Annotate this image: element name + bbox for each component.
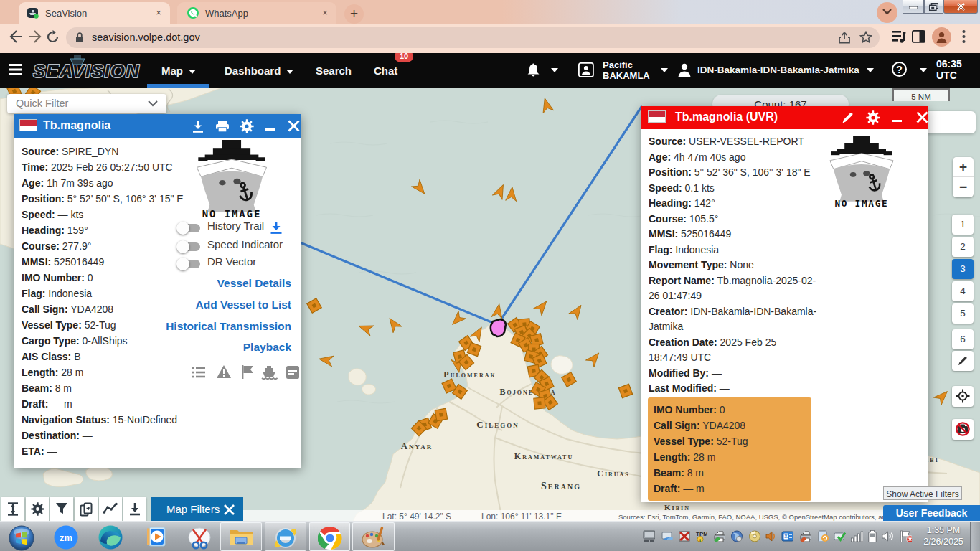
toggle-history-trail[interactable]	[176, 223, 200, 233]
media-playlist-icon[interactable]	[892, 30, 906, 43]
popup-header[interactable]: Tb.magnolia (UVR)	[641, 106, 928, 129]
user-name[interactable]: IDN-Bakamla-IDN-Bakamla-Jatmika	[697, 65, 859, 75]
tray-action-center-flag-icon[interactable]	[900, 530, 912, 542]
url-bar[interactable]: seavision.volpe.dot.gov	[66, 27, 880, 48]
bookmark-star-icon[interactable]	[859, 31, 872, 44]
locate-button[interactable]	[952, 386, 974, 407]
tray-tpm-icon[interactable]: TPMi	[695, 530, 707, 542]
tab-seavision[interactable]: SeaVision ×	[19, 2, 170, 24]
new-tab-button[interactable]: +	[344, 4, 364, 24]
tray-signal-icon[interactable]	[851, 530, 863, 542]
close-icon[interactable]	[916, 111, 928, 123]
zoom-out-button[interactable]: −	[953, 177, 974, 197]
zoom-in-button[interactable]: +	[953, 157, 974, 177]
window-close-button[interactable]	[943, 0, 978, 14]
export-view-button[interactable]	[75, 497, 98, 521]
zoom-level-5[interactable]: 5	[952, 303, 974, 324]
tab-close-icon[interactable]: ×	[320, 8, 330, 18]
chevron-down-icon[interactable]	[551, 68, 558, 72]
close-icon[interactable]	[224, 504, 235, 515]
link-vessel-details[interactable]: Vessel Details	[217, 277, 291, 290]
draw-pencil-button[interactable]	[952, 351, 974, 371]
back-icon[interactable]	[9, 30, 23, 43]
selected-vessel-marker[interactable]	[491, 319, 506, 336]
taskbar-edge-app[interactable]	[95, 522, 126, 551]
profile-avatar[interactable]	[932, 27, 951, 47]
window-minimize-button[interactable]	[903, 0, 924, 14]
menu-dots-icon[interactable]	[962, 29, 966, 44]
tray-globe-icon[interactable]	[730, 530, 743, 542]
link-add-vessel-to-list[interactable]: Add Vessel to List	[195, 298, 291, 311]
chevron-down-icon[interactable]	[920, 68, 927, 72]
tray-language-icon[interactable]: X	[781, 530, 793, 542]
minimize-icon[interactable]	[892, 120, 902, 122]
tab-close-icon[interactable]: ×	[154, 8, 164, 18]
nav-dashboard[interactable]: Dashboard	[225, 65, 293, 77]
tray-printer-icon[interactable]	[713, 530, 725, 542]
popup-header[interactable]: Tb.magnolia	[14, 114, 301, 138]
tray-cd-icon[interactable]	[748, 530, 760, 542]
taskbar-movies-tv-app[interactable]	[141, 522, 171, 551]
forward-icon[interactable]	[28, 30, 42, 43]
print-icon[interactable]	[215, 120, 230, 133]
taskbar-zoom-app[interactable]: zm	[50, 522, 82, 551]
show-active-filters-tooltip[interactable]: Show Active Filters	[883, 486, 962, 500]
flag-icon[interactable]	[242, 365, 253, 379]
download-data-button[interactable]	[123, 497, 146, 521]
zoom-level-4[interactable]: 4	[952, 281, 974, 301]
download-trail-icon[interactable]	[269, 221, 283, 235]
tray-volume-icon[interactable]	[882, 530, 894, 542]
nav-search[interactable]: Search	[316, 65, 352, 77]
tray-battery-icon[interactable]	[868, 530, 880, 542]
filter-button[interactable]	[50, 497, 73, 521]
taskbar-paint-app[interactable]	[352, 522, 395, 551]
tab-whatsapp[interactable]: WhatsApp ×	[177, 2, 336, 24]
notifications-bell-icon[interactable]	[527, 62, 540, 77]
toggle-speed-indicator[interactable]	[176, 242, 200, 252]
vessel-anchored-marker[interactable]	[435, 408, 447, 420]
chevron-down-icon[interactable]	[661, 68, 668, 72]
taskbar-snipping-tool-app[interactable]	[184, 522, 215, 551]
camera-off-button[interactable]	[952, 419, 974, 440]
nav-map[interactable]: Map	[161, 65, 196, 77]
chevron-down-icon[interactable]	[867, 68, 874, 72]
user-person-icon[interactable]	[677, 62, 692, 77]
vessel-anchored-marker[interactable]	[534, 397, 545, 409]
hamburger-menu-icon[interactable]	[9, 64, 22, 75]
link-playback[interactable]: Playback	[243, 341, 291, 354]
zoom-level-1[interactable]: 1	[952, 215, 974, 235]
map-settings-button[interactable]	[26, 497, 49, 521]
warning-icon[interactable]	[217, 365, 231, 378]
tray-printer2-icon[interactable]	[799, 530, 811, 542]
nav-chat[interactable]: Chat	[374, 65, 397, 77]
taskbar-chrome-app[interactable]	[309, 522, 350, 551]
link-historical-transmission[interactable]: Historical Transmission	[166, 320, 291, 333]
start-button[interactable]	[6, 522, 37, 551]
map-filters-tab[interactable]: Map Filters	[151, 497, 243, 521]
help-button[interactable]: ?	[892, 62, 907, 77]
org-card-icon[interactable]	[578, 62, 594, 77]
window-chevron-button[interactable]	[877, 2, 897, 23]
sidebar-toggle-icon[interactable]	[912, 30, 925, 43]
tray-network-share-icon[interactable]	[661, 530, 673, 542]
zoom-level-3[interactable]: 3	[952, 259, 974, 279]
tray-security-check-icon[interactable]	[834, 530, 846, 542]
popup-action-icons[interactable]	[191, 364, 303, 380]
edit-pencil-icon[interactable]	[842, 111, 854, 124]
user-feedback-button[interactable]: User Feedback	[883, 505, 980, 522]
org-name[interactable]: PacificBAKAMLA	[603, 60, 650, 81]
show-desktop-button[interactable]	[970, 522, 980, 551]
list-icon[interactable]	[192, 367, 205, 377]
window-maximize-button[interactable]	[924, 0, 943, 14]
seavision-logo[interactable]: SEAVISION	[33, 60, 148, 83]
download-icon[interactable]	[192, 120, 204, 133]
toggle-dr-vector[interactable]	[176, 259, 200, 269]
tray-speaker-icon[interactable]	[765, 530, 778, 542]
tray-windows-update-icon[interactable]	[817, 530, 829, 542]
measure-tool-button[interactable]	[1, 497, 24, 521]
reload-icon[interactable]	[46, 30, 60, 44]
tray-disconnected-icon[interactable]	[678, 530, 690, 542]
taskbar-internet-explorer-app[interactable]	[265, 522, 306, 551]
ship-icon[interactable]	[262, 366, 278, 379]
gear-icon[interactable]	[240, 119, 254, 133]
